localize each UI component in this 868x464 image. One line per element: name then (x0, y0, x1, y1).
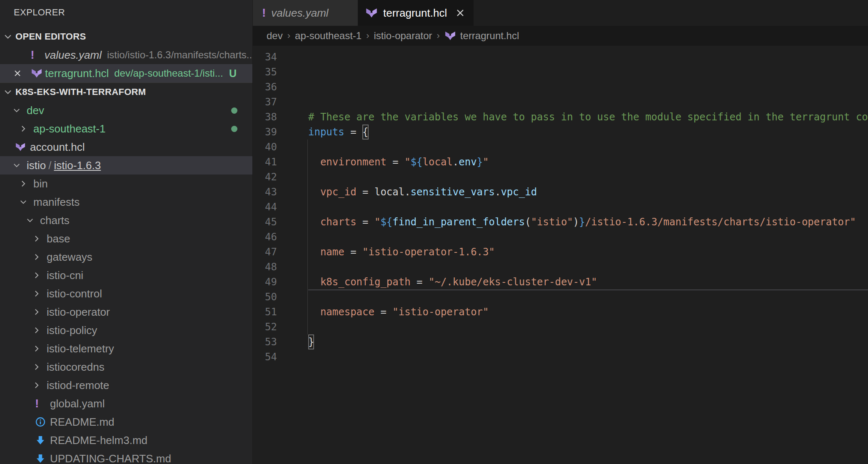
close-editor-button[interactable] (12, 68, 22, 78)
code-line-46[interactable]: 46 (253, 230, 868, 244)
tree-item-label: istio-operator (47, 306, 110, 319)
tab-values.yaml[interactable]: !values.yaml (253, 0, 358, 26)
line-number: 44 (253, 200, 277, 215)
line-number: 46 (253, 230, 277, 244)
code-line-33[interactable]: 33 (253, 46, 868, 50)
tree-item-istio-policy[interactable]: istio-policy (0, 321, 252, 339)
tree-item-label: bin (33, 177, 48, 190)
tree-item-ap-southeast-1[interactable]: ap-southeast-1 (0, 120, 252, 138)
line-number: 33 (253, 46, 277, 50)
tree-item-readme.md[interactable]: README.md (0, 413, 252, 431)
code-line-47[interactable]: 47 name = "istio-operator-1.6.3" (253, 244, 868, 259)
code-line-53[interactable]: 53} (253, 334, 868, 349)
code-line-45[interactable]: 45 charts = "${find_in_parent_folders("i… (253, 215, 868, 230)
tree-item-label: ap-southeast-1 (33, 122, 105, 135)
code-line-54[interactable]: 54 (253, 349, 868, 364)
line-number: 45 (253, 215, 277, 230)
open-editors-section: OPEN EDITORS !values.yamlistio/istio-1.6… (0, 27, 252, 83)
breadcrumb-item-ap-southeast-1[interactable]: ap-southeast-1 (295, 30, 362, 42)
line-number: 35 (253, 65, 277, 80)
code-line-44[interactable]: 44 (253, 200, 868, 215)
line-number: 54 (253, 349, 277, 364)
tree-item-label: README.md (50, 416, 115, 429)
chevron-down-icon (12, 106, 21, 115)
workspace-header[interactable]: K8S-EKS-WITH-TERRAFORM (0, 83, 252, 101)
code-line-38[interactable]: 38# These are the variables we have to p… (253, 110, 868, 125)
tree-item-istio-telemetry[interactable]: istio-telemetry (0, 339, 252, 358)
code-line-39[interactable]: 39inputs = { (253, 125, 868, 140)
tab-terragrunt.hcl[interactable]: terragrunt.hcl (358, 0, 474, 26)
chevron-down-icon (19, 197, 27, 207)
breadcrumb-item-dev[interactable]: dev (267, 30, 283, 42)
tree-item-base[interactable]: base (0, 230, 252, 248)
line-number: 47 (253, 244, 277, 259)
chevron-right-icon (19, 179, 27, 188)
line-number: 42 (253, 170, 277, 185)
breadcrumb-item-istio-oparator[interactable]: istio-oparator (374, 30, 432, 42)
code-line-43[interactable]: 43 vpc_id = local.sensitive_vars.vpc_id (253, 185, 868, 200)
code-text: charts = "${find_in_parent_folders("isti… (308, 215, 856, 230)
code-line-37[interactable]: 37 (253, 95, 868, 110)
code-line-50[interactable]: 50 (253, 289, 868, 304)
tree-item-account.hcl[interactable]: account.hcl (0, 138, 252, 156)
close-tab-button[interactable] (454, 7, 466, 19)
tree-item-dev[interactable]: dev (0, 101, 252, 120)
code-text: k8s_config_path = "~/.kube/eks-cluster-d… (308, 274, 597, 289)
chevron-right-icon (32, 252, 41, 262)
code-line-36[interactable]: 36 (253, 80, 868, 95)
yaml-icon: ! (30, 49, 34, 61)
code-line-35[interactable]: 35 (253, 65, 868, 80)
tree-item-label: account.hcl (30, 141, 85, 154)
chevron-down-icon (3, 32, 12, 41)
tree-item-istio-control[interactable]: istio-control (0, 284, 252, 303)
explorer-sidebar: EXPLORER OPEN EDITORS !values.yamlistio/… (0, 0, 253, 464)
code-line-34[interactable]: 34 (253, 50, 868, 65)
git-modified-dot (231, 126, 237, 132)
tree-item-label: manifests (33, 196, 80, 209)
tree-item-istio-istio-1.6.3[interactable]: istio/istio-1.6.3 (0, 156, 252, 175)
code-line-52[interactable]: 52 (253, 319, 868, 334)
tree-item-istiocoredns[interactable]: istiocoredns (0, 358, 252, 376)
code-line-42[interactable]: 42 (253, 170, 868, 185)
tree-item-label: gateways (47, 251, 92, 264)
tree-item-gateways[interactable]: gateways (0, 248, 252, 266)
line-number: 39 (253, 125, 277, 140)
breadcrumb-separator: › (283, 30, 295, 41)
code-text: namespace = "istio-operator" (308, 304, 489, 319)
tree-item-label: istio/istio-1.6.3 (27, 159, 101, 172)
tree-item-bin[interactable]: bin (0, 175, 252, 193)
tree-item-manifests[interactable]: manifests (0, 193, 252, 211)
chevron-right-icon (32, 234, 41, 243)
tree-item-label: istio-cni (47, 269, 83, 282)
tree-item-readme-helm3.md[interactable]: README-helm3.md (0, 431, 252, 449)
line-number: 36 (253, 80, 277, 95)
explorer-title: EXPLORER (14, 7, 65, 18)
tree-item-charts[interactable]: charts (0, 211, 252, 230)
line-number: 51 (253, 304, 277, 319)
chevron-right-icon (32, 271, 41, 280)
code-line-41[interactable]: 41 environment = "${local.env}" (253, 155, 868, 170)
open-editor-item-terragrunt.hcl[interactable]: terragrunt.hcldev/ap-southeast-1/isti...… (0, 64, 252, 82)
open-editor-item-values.yaml[interactable]: !values.yamlistio/istio-1.6.3/manifests/… (0, 46, 252, 64)
open-editors-header[interactable]: OPEN EDITORS (0, 27, 252, 46)
open-editor-filename: terragrunt.hcl (45, 67, 109, 80)
breadcrumb-item-terragrunt.hcl[interactable]: terragrunt.hcl (444, 30, 519, 42)
tree-item-updating-charts.md[interactable]: UPDATING-CHARTS.md (0, 449, 252, 464)
tree-item-istio-operator[interactable]: istio-operator (0, 303, 252, 321)
code-editor[interactable]: 333435363738# These are the variables we… (253, 46, 868, 464)
indent-guide (307, 140, 308, 334)
line-number: 34 (253, 50, 277, 65)
line-number: 43 (253, 185, 277, 200)
code-line-48[interactable]: 48 (253, 259, 868, 274)
code-line-51[interactable]: 51 namespace = "istio-operator" (253, 304, 868, 319)
chevron-down-icon (26, 216, 34, 225)
tree-item-istiod-remote[interactable]: istiod-remote (0, 376, 252, 394)
line-number: 53 (253, 334, 277, 349)
breadcrumb-label: istio-oparator (374, 30, 432, 42)
code-line-49[interactable]: 49 k8s_config_path = "~/.kube/eks-cluste… (253, 274, 868, 289)
tree-item-global.yaml[interactable]: !global.yaml (0, 394, 252, 413)
tree-item-istio-cni[interactable]: istio-cni (0, 266, 252, 284)
code-line-40[interactable]: 40 (253, 140, 868, 155)
line-number: 37 (253, 95, 277, 110)
tree-item-label: global.yaml (50, 397, 105, 410)
